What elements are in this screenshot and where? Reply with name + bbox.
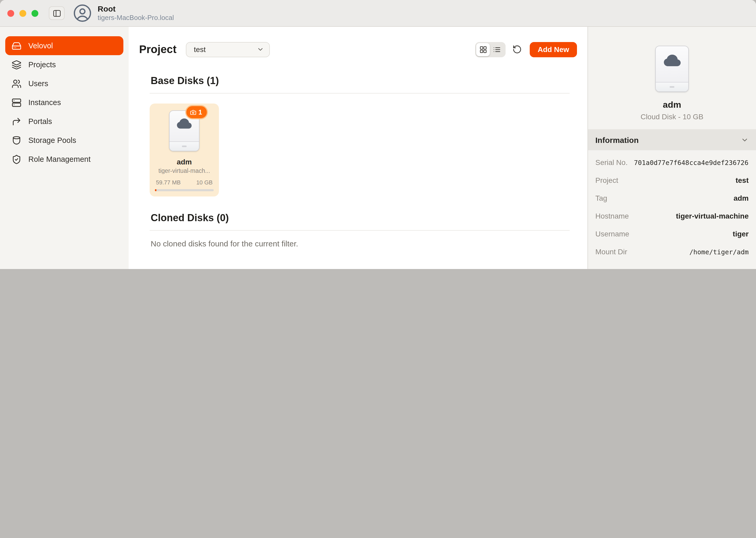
info-label: Mount Dir xyxy=(595,247,627,256)
info-value: /home/tiger/adm xyxy=(634,248,749,256)
cloud-icon xyxy=(656,53,688,69)
traffic-lights xyxy=(7,10,38,17)
window-subtitle: tigers-MacBook-Pro.local xyxy=(98,14,174,22)
view-toggle xyxy=(475,42,505,57)
sidebar-item-portals[interactable]: Portals xyxy=(5,112,123,131)
disk-hero: adm Cloud Disk - 10 GB xyxy=(588,27,756,121)
information-title: Information xyxy=(595,135,639,144)
info-value: test xyxy=(625,176,749,185)
sidebar-item-role-management[interactable]: Role Management xyxy=(5,150,123,169)
detail-panel: adm Cloud Disk - 10 GB Information Seria… xyxy=(588,27,756,269)
sidebar-item-users[interactable]: Users xyxy=(5,74,123,93)
shield-check-icon xyxy=(12,154,22,164)
users-icon xyxy=(12,79,22,88)
chevron-down-icon xyxy=(741,136,749,144)
app-window: Root tigers-MacBook-Pro.local Velovol Pr… xyxy=(0,0,756,269)
zoom-window-button[interactable] xyxy=(31,10,38,17)
sidebar-item-instances[interactable]: Instances xyxy=(5,93,123,112)
refresh-icon xyxy=(512,45,522,54)
chevron-down-icon xyxy=(257,46,264,53)
sidebar-item-label: Portals xyxy=(28,117,52,126)
info-label: Hostname xyxy=(595,212,629,220)
window-title: Root xyxy=(98,4,174,14)
section-divider xyxy=(150,93,570,93)
section-divider xyxy=(150,230,570,231)
snapshot-count-badge: 1 xyxy=(185,105,208,119)
grid-icon xyxy=(479,45,487,53)
information-section-header[interactable]: Information xyxy=(588,129,756,150)
sidebar-item-projects[interactable]: Projects xyxy=(5,55,123,74)
info-row-hostname: Hostname tiger-virtual-machine xyxy=(595,207,749,225)
user-avatar-icon xyxy=(73,4,92,23)
disk-usage-bar xyxy=(155,189,214,191)
disk-size: 10 GB xyxy=(196,179,213,186)
sidebar-item-label: Role Management xyxy=(28,155,91,163)
minimize-window-button[interactable] xyxy=(20,10,26,17)
sidebar-item-label: Instances xyxy=(28,98,61,107)
cloned-disks-section: Cloned Disks (0) No cloned disks found f… xyxy=(129,212,588,248)
corner-up-right-icon xyxy=(12,116,22,126)
info-row-mount-dir: Mount Dir /home/tiger/adm xyxy=(595,243,749,261)
list-view-button[interactable] xyxy=(490,43,503,56)
toggle-sidebar-button[interactable] xyxy=(49,6,65,20)
info-label: Tag xyxy=(595,194,607,202)
grid-view-button[interactable] xyxy=(476,43,490,56)
sidebar-item-label: Storage Pools xyxy=(28,136,76,144)
info-row-tag: Tag adm xyxy=(595,189,749,207)
title-bar: Root tigers-MacBook-Pro.local xyxy=(0,0,756,27)
info-value: tiger xyxy=(636,230,749,238)
layers-icon xyxy=(12,60,22,70)
information-rows: Serial No. 701a0d77e7f648cca4e9def236726… xyxy=(588,150,756,266)
main-header: Project test xyxy=(129,27,588,72)
sidebar-item-velovol[interactable]: Velovol xyxy=(5,36,123,55)
info-row-project: Project test xyxy=(595,171,749,189)
cloud-disk-icon xyxy=(655,46,689,92)
window-title-block: Root tigers-MacBook-Pro.local xyxy=(98,4,174,22)
disk-strip xyxy=(169,141,199,151)
disk-strip xyxy=(656,82,688,91)
panel-left-icon xyxy=(52,9,61,18)
disk-name: adm xyxy=(155,158,214,166)
sidebar-item-label: Projects xyxy=(28,60,56,69)
sidebar-item-label: Users xyxy=(28,79,48,88)
info-row-username: Username tiger xyxy=(595,225,749,243)
page-title: Project xyxy=(139,43,176,56)
disk-used: 59.77 MB xyxy=(156,179,181,186)
cloned-disks-title: Cloned Disks (0) xyxy=(150,212,570,224)
sidebar-item-storage-pools[interactable]: Storage Pools xyxy=(5,131,123,150)
hard-drive-icon xyxy=(12,41,22,51)
sidebar-item-label: Velovol xyxy=(28,41,53,50)
refresh-button[interactable] xyxy=(512,45,522,54)
info-value: 701a0d77e7f648cca4e9def236726f2f xyxy=(634,158,749,166)
disk-tile-adm[interactable]: 1 adm tiger-virtual-mach... 59.77 MB 10 … xyxy=(150,103,219,196)
add-new-button[interactable]: Add New xyxy=(530,42,577,57)
info-row-serial: Serial No. 701a0d77e7f648cca4e9def236726… xyxy=(595,153,749,171)
project-select-value: test xyxy=(194,45,206,54)
base-disks-title: Base Disks (1) xyxy=(150,75,570,87)
info-label: Username xyxy=(595,230,629,238)
info-label: Project xyxy=(595,176,618,185)
project-select[interactable]: test xyxy=(186,42,270,57)
detail-disk-type: Cloud Disk - 10 GB xyxy=(588,112,756,121)
base-disks-section: Base Disks (1) xyxy=(129,75,588,196)
camera-icon xyxy=(190,109,196,115)
list-icon xyxy=(493,45,500,53)
main-content: Project test xyxy=(129,27,588,269)
close-window-button[interactable] xyxy=(7,10,14,17)
sidebar: Velovol Projects Users Instances xyxy=(0,27,129,269)
snapshot-count: 1 xyxy=(199,108,202,116)
info-label: Serial No. xyxy=(595,158,628,167)
info-value: adm xyxy=(613,194,749,202)
info-value: tiger-virtual-machine xyxy=(635,212,749,220)
server-icon xyxy=(12,97,22,107)
bucket-icon xyxy=(12,135,22,145)
cloned-disks-empty-message: No cloned disks found for the current fi… xyxy=(150,239,570,248)
disk-subtitle: tiger-virtual-mach... xyxy=(155,168,214,174)
detail-disk-name: adm xyxy=(588,100,756,110)
